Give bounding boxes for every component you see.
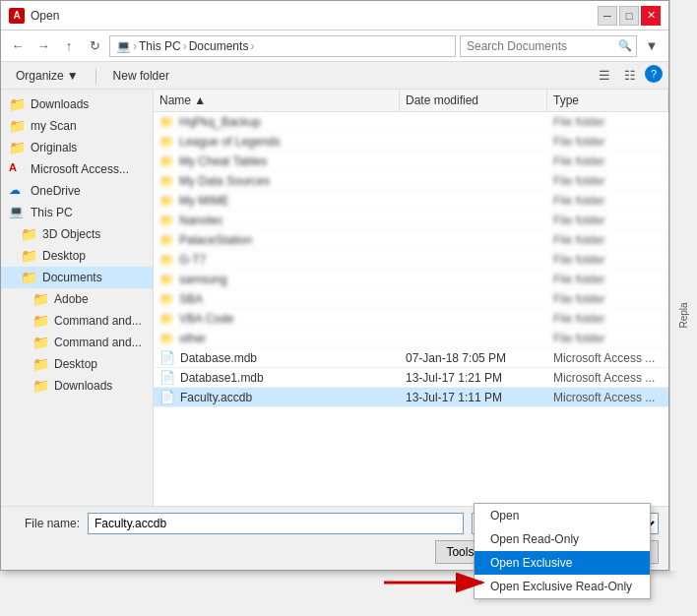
sidebar-item-msaccess[interactable]: A Microsoft Access... [1, 158, 153, 180]
arrow-svg [384, 568, 502, 597]
folder-icon: 📁 [159, 115, 174, 129]
file-type: File folder [547, 330, 668, 347]
path-documents[interactable]: Documents [189, 39, 249, 53]
title-controls: ─ □ ✕ [598, 6, 661, 26]
menu-item-open-readonly[interactable]: Open Read-Only [475, 527, 650, 551]
sidebar-label: This PC [31, 206, 73, 219]
sidebar-item-myscan[interactable]: 📁 my Scan [1, 115, 153, 137]
path-sep1: › [133, 39, 137, 53]
file-date [400, 140, 547, 144]
file-name: samsung [179, 273, 227, 286]
search-box[interactable]: 🔍 [460, 35, 637, 57]
sidebar-item-command1[interactable]: 📁 Command and... [1, 310, 153, 332]
col-date-header[interactable]: Date modified [400, 90, 547, 111]
folder-icon: 📁 [159, 135, 174, 149]
new-folder-button[interactable]: New folder [104, 65, 178, 87]
file-date [400, 238, 547, 242]
table-row[interactable]: 📁 PalaceStation File folder [154, 230, 668, 250]
table-row[interactable]: 📄 Database1.mdb 13-Jul-17 1:21 PM Micros… [154, 368, 668, 388]
sidebar-item-downloads[interactable]: 📁 Downloads [1, 93, 153, 115]
file-type: File folder [547, 212, 668, 229]
table-row[interactable]: 📁 My MIME File folder [154, 191, 668, 211]
folder-icon: 📁 [32, 335, 48, 350]
file-name: SBA [179, 292, 203, 306]
address-path[interactable]: 💻 › This PC › Documents › [109, 35, 456, 57]
cloud-icon: ☁ [9, 183, 25, 199]
file-name: My MIME [179, 194, 229, 208]
table-row[interactable]: 📁 HqPkq_Backup File folder [154, 112, 668, 132]
table-row[interactable]: 📁 SBA File folder [154, 289, 668, 309]
file-type: File folder [547, 290, 668, 308]
table-row[interactable]: 📁 VBA Code File folder [154, 309, 668, 329]
file-name: HqPkq_Backup [179, 115, 261, 129]
folder-icon: 📁 [32, 291, 48, 307]
search-icon: 🔍 [618, 39, 632, 52]
sidebar-label: Command and... [54, 314, 142, 328]
sidebar-item-originals[interactable]: 📁 Originals [1, 137, 153, 158]
sidebar-item-downloads2[interactable]: 📁 Downloads [1, 375, 153, 397]
refresh-button[interactable]: ↻ [84, 35, 105, 57]
file-name: My Data Sources [179, 174, 270, 188]
file-name: other [179, 332, 206, 345]
sidebar-item-thispc[interactable]: 💻 This PC [1, 202, 153, 223]
file-date [400, 179, 547, 183]
organize-button[interactable]: Organize ▼ [7, 65, 88, 87]
col-name-header[interactable]: Name ▲ [154, 90, 400, 111]
file-icon: 📄 [159, 350, 175, 365]
up-button[interactable]: ↑ [58, 35, 80, 57]
sidebar: 📁 Downloads 📁 my Scan 📁 Originals A Micr… [1, 90, 154, 506]
table-row[interactable]: 📁 other File folder [154, 329, 668, 348]
sidebar-item-3dobjects[interactable]: 📁 3D Objects [1, 223, 153, 245]
help-button[interactable]: ? [645, 65, 663, 83]
file-type: File folder [547, 172, 668, 190]
sidebar-label: Desktop [42, 249, 86, 263]
forward-button[interactable]: → [32, 35, 54, 57]
close-button[interactable]: ✕ [641, 6, 661, 26]
sidebar-label: Originals [31, 141, 77, 154]
table-row[interactable]: 📁 G-T7 File folder [154, 250, 668, 270]
table-row[interactable]: 📁 My Data Sources File folder [154, 171, 668, 191]
folder-icon: 📁 [159, 154, 174, 168]
file-type: File folder [547, 231, 668, 249]
maximize-button[interactable]: □ [619, 6, 639, 26]
folder-icon: 📁 [21, 270, 36, 285]
organize-arrow: ▼ [67, 69, 79, 83]
sidebar-label: Microsoft Access... [31, 162, 129, 176]
sidebar-item-command2[interactable]: 📁 Command and... [1, 332, 153, 353]
table-row[interactable]: 📁 League of Legends File folder [154, 132, 668, 152]
dropdown-arrow[interactable]: ▼ [641, 35, 663, 57]
view-details-button[interactable]: ☷ [619, 65, 641, 87]
search-input[interactable] [467, 39, 614, 53]
back-button[interactable]: ← [7, 35, 29, 57]
sidebar-item-documents[interactable]: 📁 Documents [1, 267, 153, 288]
table-row[interactable]: 📁 My Cheat Tables File folder [154, 152, 668, 171]
sidebar-item-desktop2[interactable]: 📁 Desktop [1, 353, 153, 375]
sidebar-label: Downloads [31, 97, 89, 111]
table-row[interactable]: 📄 Database.mdb 07-Jan-18 7:05 PM Microso… [154, 348, 668, 368]
folder-icon: 📁 [32, 313, 48, 329]
file-type: File folder [547, 271, 668, 288]
file-icon: 📄 [159, 370, 175, 385]
filename-input[interactable] [88, 513, 464, 534]
menu-item-open[interactable]: Open [475, 504, 650, 527]
file-name: Database.mdb [180, 351, 257, 365]
table-row[interactable]: 📁 Nanotec File folder [154, 211, 668, 230]
title-bar: A Open ─ □ ✕ [1, 1, 668, 31]
path-this-pc[interactable]: This PC [139, 39, 181, 53]
file-date [400, 337, 547, 340]
col-type-header[interactable]: Type [547, 90, 668, 111]
file-icon: 📄 [159, 390, 175, 404]
view-toggle-button[interactable]: ☰ [594, 65, 615, 87]
minimize-button[interactable]: ─ [598, 6, 617, 26]
folder-icon: 📁 [159, 233, 174, 247]
table-row[interactable]: 📁 samsung File folder [154, 270, 668, 289]
table-row-faculty[interactable]: 📄 Faculty.accdb 13-Jul-17 1:11 PM Micros… [154, 388, 668, 407]
sidebar-item-desktop[interactable]: 📁 Desktop [1, 245, 153, 267]
title-bar-left: A Open [9, 8, 59, 24]
folder-icon: 📁 [159, 253, 174, 267]
open-dialog: A Open ─ □ ✕ ← → ↑ ↻ 💻 › This PC › Docum… [0, 0, 669, 571]
file-name: League of Legends [179, 135, 281, 149]
sidebar-item-onedrive[interactable]: ☁ OneDrive [1, 180, 153, 202]
file-name: PalaceStation [179, 233, 252, 247]
sidebar-item-adobe[interactable]: 📁 Adobe [1, 288, 153, 310]
